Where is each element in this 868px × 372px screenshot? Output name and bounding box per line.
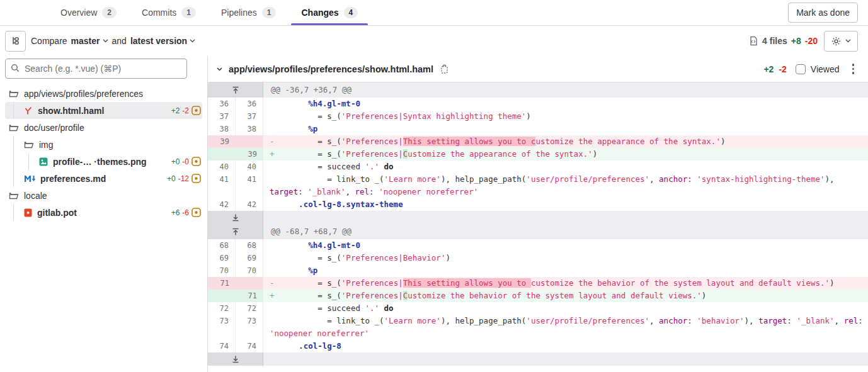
old-line-number[interactable]: 70 [208,264,236,277]
hunk-header-text: @@ -68,7 +68,7 @@ [263,224,868,239]
total-additions: +8 [791,36,801,46]
new-line-number[interactable]: 39 [236,148,263,161]
tree-file-row[interactable]: profile-… ·themes.png+0-0 [5,153,202,170]
modified-badge-icon [191,174,201,183]
old-line-number[interactable]: 42 [208,198,236,211]
code-cell: + = s_('Preferences|Customize the behavi… [263,290,868,302]
line-marker: + [270,148,280,161]
code-cell: .col-lg-8 [263,340,868,352]
file-tree-toggle-icon [11,36,21,46]
old-line-number[interactable]: 41 [208,173,236,198]
new-line-number[interactable]: 72 [236,302,263,315]
diff-file-header: app/views/profiles/preferences/show.html… [208,56,868,82]
tree-file-stats: +2-2 [171,106,202,115]
tree-file-row[interactable]: show.html.haml+2-2 [5,102,202,119]
file-tree-toggle-button[interactable] [5,31,26,52]
old-line-number[interactable]: 69 [208,252,236,264]
diff-file-path[interactable]: app/views/profiles/preferences/show.html… [229,64,433,74]
new-line-number[interactable]: 38 [236,123,263,135]
source-branch-dropdown[interactable]: master [71,36,108,46]
new-line-number[interactable]: 70 [236,264,263,277]
tab-commits[interactable]: Commits1 [132,0,206,25]
code-cell: %p [263,123,868,135]
search-icon [11,64,20,72]
hunk-header-row: @@ -36,7 +36,7 @@ [208,82,868,98]
tree-item-label: locale [24,191,47,201]
copy-path-icon[interactable] [440,64,449,74]
haml-icon [24,106,33,115]
new-line-number[interactable]: 71 [236,290,263,302]
diff-row: 3737 = s_('Preferences|Syntax highlighti… [208,110,868,123]
new-line-number[interactable] [236,135,263,148]
file-deletions: -12 [178,174,189,183]
diff-settings-button[interactable] [824,31,858,52]
new-line-number[interactable]: 40 [236,161,263,173]
tree-item-label: app/views/profiles/preferences [24,89,143,99]
new-line-number[interactable] [236,277,263,290]
diff-row: 4040 = succeed '.' do [208,161,868,173]
tree-folder-row[interactable]: app/views/profiles/preferences [5,85,202,102]
expand-down-button[interactable] [208,352,263,366]
old-line-number[interactable]: 68 [208,239,236,252]
tab-overview[interactable]: Overview2 [50,0,127,25]
old-line-number[interactable] [208,148,236,161]
viewed-checkbox[interactable] [796,64,806,74]
new-line-number[interactable]: 41 [236,173,263,198]
tree-file-stats: +0-0 [171,157,202,166]
target-version-dropdown[interactable]: latest version [130,36,195,46]
new-line-number[interactable]: 69 [236,252,263,264]
expand-down-button[interactable] [208,211,263,224]
tree-item-label: img [39,140,54,150]
new-line-number[interactable]: 42 [236,198,263,211]
code-cell: = s_('Preferences|Syntax highlighting th… [263,110,868,123]
diff-row: 7070 %p [208,264,868,277]
tree-item-label: preferences.md [40,174,106,184]
expand-up-button[interactable] [208,82,263,98]
tab-changes[interactable]: Changes4 [291,0,368,25]
old-line-number[interactable]: 40 [208,161,236,173]
diff-row: 71+ = s_('Preferences|Customize the beha… [208,290,868,302]
tree-folder-row[interactable]: img [5,136,202,153]
gear-icon [831,36,842,47]
line-marker: + [270,290,280,302]
old-line-number[interactable]: 36 [208,98,236,110]
mark-as-done-button[interactable]: Mark as done [788,3,858,23]
new-line-number[interactable]: 74 [236,340,263,352]
tree-file-row[interactable]: gitlab.pot+6-6 [5,204,202,221]
diff-row: 7373 = link_to _('Learn more'), help_pag… [208,315,868,340]
old-line-number[interactable]: 71 [208,277,236,290]
old-line-number[interactable]: 74 [208,340,236,352]
tree-folder-row[interactable]: locale [5,187,202,204]
old-line-number[interactable]: 38 [208,123,236,135]
old-line-number[interactable]: 73 [208,315,236,340]
modified-badge-icon [191,208,201,217]
code-cell: - = s_('Preferences|This setting allows … [263,135,868,148]
expand-up-button[interactable] [208,224,263,239]
diff-panel: app/views/profiles/preferences/show.html… [208,56,868,372]
new-line-number[interactable]: 73 [236,315,263,340]
new-line-number[interactable]: 36 [236,98,263,110]
tree-folder-row[interactable]: doc/user/profile [5,119,202,136]
diff-row: 6868 %h4.gl-mt-0 [208,239,868,252]
modified-badge-icon [191,106,201,115]
file-additions: +0 [171,157,180,166]
collapse-file-chevron-icon[interactable] [217,67,222,71]
file-options-kebab-button[interactable] [848,60,859,78]
old-line-number[interactable]: 37 [208,110,236,123]
old-line-number[interactable]: 39 [208,135,236,148]
diff-row: 3838 %p [208,123,868,135]
file-deletions: -2 [779,64,786,74]
code-cell: %h4.gl-mt-0 [263,98,868,110]
tree-item-label: show.html.haml [38,106,104,116]
old-line-number[interactable]: 72 [208,302,236,315]
old-line-number[interactable] [208,290,236,302]
file-deletions: -0 [182,157,189,166]
new-line-number[interactable]: 37 [236,110,263,123]
tree-file-row[interactable]: preferences.md+0-12 [5,170,202,187]
file-search-input[interactable] [5,59,187,79]
expand-down-row [208,211,868,224]
files-count: 4 files [762,36,787,46]
new-line-number[interactable]: 68 [236,239,263,252]
tab-pipelines[interactable]: Pipelines1 [211,0,287,25]
code-cell: = succeed '.' do [263,161,868,173]
